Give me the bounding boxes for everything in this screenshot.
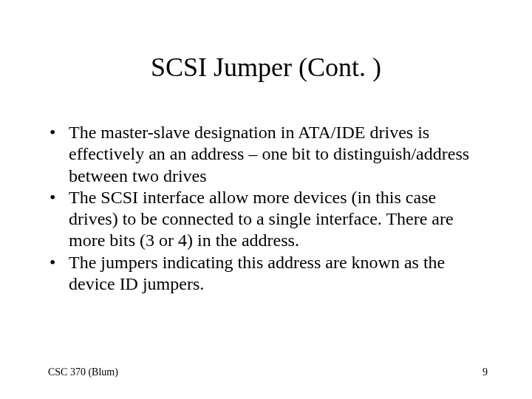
slide-title: SCSI Jumper (Cont. )	[0, 52, 532, 83]
footer-page-number: 9	[482, 366, 488, 378]
list-item: The SCSI interface allow more devices (i…	[48, 187, 488, 252]
list-item: The master-slave designation in ATA/IDE …	[48, 122, 488, 187]
slide-body: The master-slave designation in ATA/IDE …	[48, 122, 488, 295]
footer-course: CSC 370 (Blum)	[48, 366, 118, 378]
bullet-list: The master-slave designation in ATA/IDE …	[48, 122, 488, 295]
slide: SCSI Jumper (Cont. ) The master-slave de…	[0, 0, 532, 399]
list-item: The jumpers indicating this address are …	[48, 252, 488, 296]
